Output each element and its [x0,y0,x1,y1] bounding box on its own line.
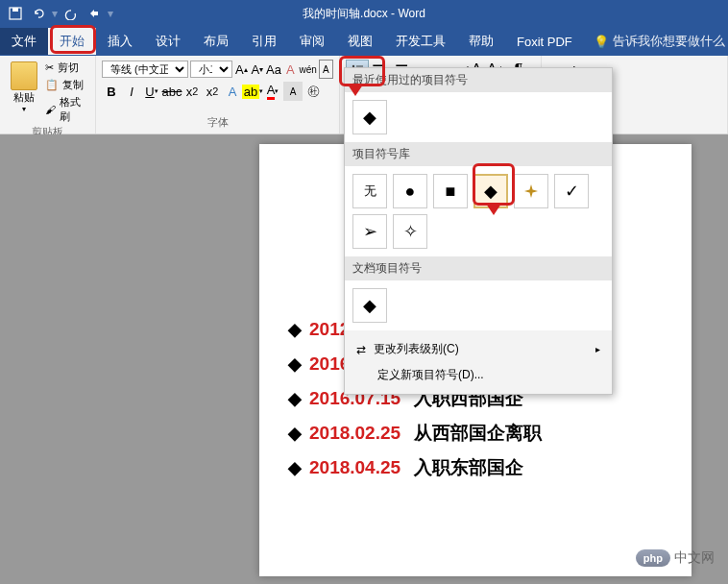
decrease-font-icon[interactable]: A▾ [251,60,265,79]
change-case-icon[interactable]: Aa [266,60,281,79]
menu-review[interactable]: 审阅 [288,28,336,55]
clear-format-icon[interactable]: A [283,60,298,79]
chevron-right-icon: ▸ [595,344,600,354]
title-bar: ▾ ▾ 我的时间轴.docx - Word [0,0,728,27]
font-size-select[interactable]: 小二 [190,61,232,78]
document-title: 我的时间轴.docx - Word [303,6,425,22]
refresh-icon[interactable] [85,4,104,23]
timeline-row[interactable]: ◆2018.04.25入职东部国企 [288,455,663,480]
timeline-text: 入职东部国企 [414,455,523,480]
redo-icon[interactable] [61,4,81,23]
menu-developer[interactable]: 开发工具 [384,28,457,55]
menu-bar: 文件 开始 插入 设计 布局 引用 审阅 视图 开发工具 帮助 Foxit PD… [0,27,728,56]
italic-button[interactable]: I [122,82,141,101]
timeline-date: 2018.02.25 [309,423,400,444]
diamond-bullet-icon: ◆ [288,457,302,478]
brush-icon: 🖌 [45,104,56,115]
watermark: php 中文网 [636,549,715,567]
document-bullets-header: 文档项目符号 [345,256,612,280]
paste-icon [11,61,37,90]
clipboard-group: 粘贴 ▾ ✂剪切 📋复制 🖌格式刷 剪贴板 [0,56,96,134]
char-border-icon[interactable]: A [319,60,333,79]
watermark-text: 中文网 [674,549,715,567]
copy-icon: 📋 [45,79,59,91]
callout-tail-bullets [348,85,363,96]
watermark-badge: php [636,549,670,567]
timeline-row[interactable]: ◆2018.02.25从西部国企离职 [288,421,663,446]
bullet-check[interactable]: ✓ [554,174,589,208]
bullet-star[interactable]: ✧ [393,214,427,249]
bullets-dropdown: 最近使用过的项目符号 ◆ 项目符号库 无 ● ■ ◆ ✓ ➢ ✧ 文档项目符号 … [344,67,613,395]
menu-view[interactable]: 视图 [336,28,384,55]
timeline-date: 2018.04.25 [309,457,400,478]
text-effects-button[interactable]: A [223,82,242,101]
save-icon[interactable] [6,4,25,23]
scissors-icon: ✂ [45,61,54,74]
menu-references[interactable]: 引用 [240,28,288,55]
menu-layout[interactable]: 布局 [192,28,240,55]
cut-button[interactable]: ✂剪切 [42,60,89,76]
font-color-button[interactable]: A▾ [263,82,282,101]
menu-design[interactable]: 设计 [144,28,192,55]
char-shading-button[interactable]: A [283,82,303,101]
highlight-bullets-button [339,56,385,86]
bullet-arrow[interactable]: ➢ [352,214,387,249]
diamond-bullet-icon: ◆ [288,353,302,375]
list-level-icon: ⇄ [356,343,366,356]
increase-font-icon[interactable]: A▴ [234,60,249,79]
superscript-button[interactable]: x2 [203,82,222,101]
menu-insert[interactable]: 插入 [96,28,144,55]
diamond-bullet-icon: ◆ [288,388,302,409]
timeline-text: 从西部国企离职 [414,421,542,446]
lightbulb-icon: 💡 [594,35,609,49]
font-name-select[interactable]: 等线 (中文正文) [102,61,188,78]
phonetic-guide-icon[interactable]: wén [300,60,317,79]
define-new-bullet[interactable]: 定义新项目符号(D)... [345,362,612,388]
menu-foxit[interactable]: Foxit PDF [505,30,584,54]
undo-icon[interactable] [29,4,48,23]
tell-me-search[interactable]: 💡 告诉我你想要做什么 [594,33,725,50]
highlight-diamond-bullet [473,163,515,206]
menu-file[interactable]: 文件 [0,28,48,55]
callout-tail-diamond [486,204,501,215]
enclose-char-button[interactable]: ㊓ [303,82,323,101]
font-label: 字体 [102,115,333,132]
recent-bullet-diamond[interactable]: ◆ [352,100,387,134]
format-painter-button[interactable]: 🖌格式刷 [42,94,89,125]
copy-button[interactable]: 📋复制 [42,77,89,93]
paste-button[interactable]: 粘贴 ▾ [6,58,42,125]
quick-access-toolbar: ▾ ▾ [0,4,119,23]
bullet-none[interactable]: 无 [352,174,387,208]
change-list-level[interactable]: ⇄ 更改列表级别(C) ▸ [345,336,612,362]
bullet-4diamond[interactable] [514,174,548,208]
underline-button[interactable]: U▾ [142,82,161,101]
doc-bullet-diamond[interactable]: ◆ [352,288,387,323]
svg-rect-1 [12,8,18,12]
highlight-home-tab [50,25,96,54]
bold-button[interactable]: B [102,82,121,101]
diamond-bullet-icon: ◆ [288,319,302,340]
menu-help[interactable]: 帮助 [457,28,505,55]
font-group: 等线 (中文正文) 小二 A▴ A▾ Aa A wén A B I U▾ abc… [96,56,340,134]
bullet-square[interactable]: ■ [433,174,468,208]
highlight-button[interactable]: ab▾ [243,82,262,101]
subscript-button[interactable]: x2 [182,82,202,101]
strikethrough-button[interactable]: abc [162,82,182,101]
bullet-circle[interactable]: ● [393,174,427,208]
diamond-bullet-icon: ◆ [288,423,302,444]
